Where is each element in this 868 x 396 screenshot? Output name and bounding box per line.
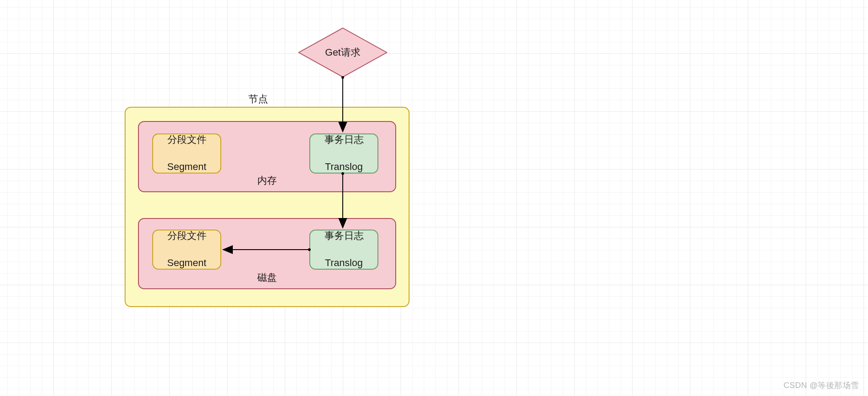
memory-segment-box: 分段文件 Segment: [152, 133, 221, 174]
disk-translog-line2: Translog: [324, 256, 364, 270]
memory-segment-line1: 分段文件: [167, 133, 206, 147]
watermark: CSDN @等後那场雪: [783, 380, 859, 391]
disk-segment-line2: Segment: [167, 256, 206, 270]
memory-translog-box: 事务日志 Translog: [309, 133, 378, 174]
disk-translog-box: 事务日志 Translog: [309, 230, 378, 270]
diagram-canvas: Get请求 节点 内存 分段文件 Segment 分段文件 Segment 事务…: [0, 0, 868, 396]
disk-segment-line1: 分段文件: [167, 229, 206, 243]
get-request-label: Get请求: [325, 46, 360, 59]
disk-segment-box: 分段文件 Segment: [152, 230, 221, 270]
disk-translog-line1: 事务日志: [324, 229, 364, 243]
get-request-diamond: Get请求: [298, 28, 387, 77]
memory-translog-line2: Translog: [324, 160, 364, 174]
memory-segment-line2: Segment: [167, 160, 206, 174]
memory-translog-line1: 事务日志: [324, 133, 364, 147]
node-label: 节点: [248, 93, 268, 106]
